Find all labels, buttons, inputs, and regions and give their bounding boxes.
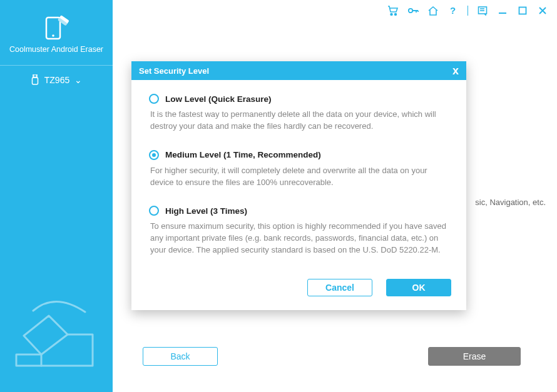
device-selector[interactable]: TZ965 ⌄ — [0, 66, 113, 94]
radio-high-level[interactable]: High Level (3 Times) — [149, 206, 449, 216]
option-description: For higher security, it will completely … — [149, 165, 449, 189]
option-high-level: High Level (3 Times) To ensure maximum s… — [149, 206, 449, 256]
device-name: TZ965 — [44, 75, 69, 85]
option-title: Medium Level (1 Time, Recommended) — [165, 150, 321, 159]
eraser-art-icon — [5, 297, 99, 381]
erase-button[interactable]: Erase — [428, 347, 521, 366]
back-button[interactable]: Back — [143, 347, 218, 366]
option-title: Low Level (Quick Erasure) — [165, 94, 272, 104]
dialog-close-icon[interactable]: x — [452, 65, 459, 76]
radio-icon — [149, 206, 159, 216]
svg-point-1 — [52, 34, 54, 37]
option-low-level: Low Level (Quick Erasure) It is the fast… — [149, 94, 449, 133]
security-level-dialog: Set Security Level x Low Level (Quick Er… — [131, 61, 466, 310]
svg-rect-5 — [32, 78, 38, 84]
app-logo: Coolmuster Android Eraser — [0, 0, 113, 65]
app-title: Coolmuster Android Eraser — [0, 40, 113, 65]
footer-actions: Back Erase — [113, 347, 557, 366]
radio-low-level[interactable]: Low Level (Quick Erasure) — [149, 94, 449, 104]
ok-button[interactable]: OK — [386, 279, 451, 296]
radio-icon — [149, 150, 159, 160]
dialog-body: Low Level (Quick Erasure) It is the fast… — [131, 80, 466, 274]
chevron-down-icon: ⌄ — [74, 75, 82, 85]
option-medium-level: Medium Level (1 Time, Recommended) For h… — [149, 150, 449, 189]
radio-icon — [149, 94, 159, 104]
dialog-footer: Cancel OK — [131, 274, 466, 310]
option-description: To ensure maximum security, this option … — [149, 221, 449, 256]
dialog-header: Set Security Level x — [131, 61, 466, 80]
cancel-button[interactable]: Cancel — [307, 279, 372, 296]
radio-medium-level[interactable]: Medium Level (1 Time, Recommended) — [149, 150, 449, 160]
option-description: It is the fastest way to permanently del… — [149, 109, 449, 133]
sidebar: Coolmuster Android Eraser TZ965 ⌄ — [0, 0, 113, 392]
usb-icon — [31, 74, 39, 86]
dialog-title: Set Security Level — [139, 66, 209, 76]
eraser-phone-icon — [0, 15, 113, 40]
background-text-fragment: sic, Navigation, etc. — [475, 198, 546, 207]
option-title: High Level (3 Times) — [165, 206, 247, 216]
